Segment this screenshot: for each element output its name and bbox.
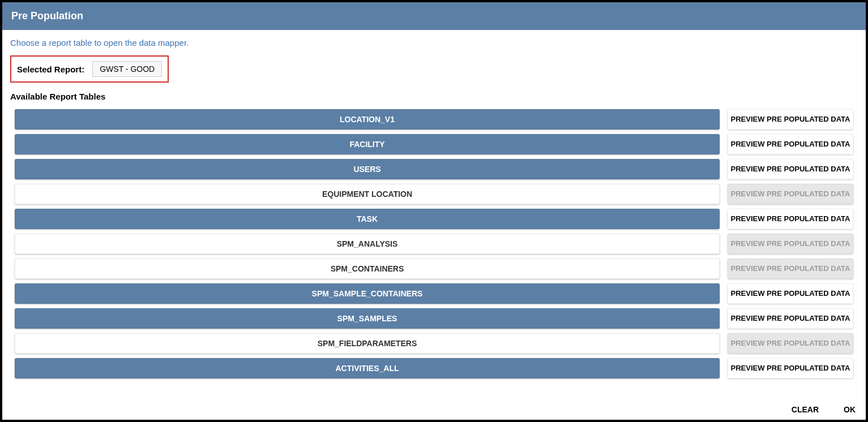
- preview-button: PREVIEW PRE POPULATED DATA: [728, 333, 853, 354]
- table-button[interactable]: FACILITY: [15, 134, 720, 154]
- table-button[interactable]: SPM_FIELDPARAMETERS: [15, 333, 720, 354]
- table-button[interactable]: EQUIPMENT LOCATION: [15, 184, 720, 204]
- table-row: SPM_ANALYSISPREVIEW PRE POPULATED DATA: [15, 234, 853, 254]
- table-button[interactable]: SPM_SAMPLES: [15, 308, 720, 329]
- dialog-header: Pre Population: [2, 2, 866, 30]
- table-row: USERSPREVIEW PRE POPULATED DATA: [15, 159, 853, 179]
- table-row: SPM_SAMPLESPREVIEW PRE POPULATED DATA: [15, 308, 853, 329]
- dialog-footer: CLEAR OK: [2, 401, 866, 420]
- available-tables-label: Available Report Tables: [10, 92, 858, 101]
- table-row: EQUIPMENT LOCATIONPREVIEW PRE POPULATED …: [15, 184, 853, 204]
- table-button[interactable]: SPM_ANALYSIS: [15, 234, 720, 254]
- preview-button[interactable]: PREVIEW PRE POPULATED DATA: [728, 159, 853, 179]
- preview-button: PREVIEW PRE POPULATED DATA: [728, 184, 853, 204]
- ok-button[interactable]: OK: [844, 405, 856, 414]
- tables-list: LOCATION_V1PREVIEW PRE POPULATED DATAFAC…: [10, 109, 858, 383]
- table-row: SPM_FIELDPARAMETERSPREVIEW PRE POPULATED…: [15, 333, 853, 354]
- preview-button: PREVIEW PRE POPULATED DATA: [728, 259, 853, 279]
- preview-button[interactable]: PREVIEW PRE POPULATED DATA: [728, 283, 853, 304]
- table-row: SPM_CONTAINERSPREVIEW PRE POPULATED DATA: [15, 259, 853, 279]
- selected-report-box: Selected Report: GWST - GOOD: [10, 55, 169, 83]
- table-button[interactable]: ACTIVITIES_ALL: [15, 358, 720, 378]
- dialog-content: Choose a report table to open the data m…: [2, 30, 866, 401]
- table-button[interactable]: USERS: [15, 159, 720, 179]
- preview-button[interactable]: PREVIEW PRE POPULATED DATA: [728, 134, 853, 154]
- preview-button: PREVIEW PRE POPULATED DATA: [728, 234, 853, 254]
- table-row: SPM_SAMPLE_CONTAINERSPREVIEW PRE POPULAT…: [15, 283, 853, 304]
- table-button[interactable]: SPM_CONTAINERS: [15, 259, 720, 279]
- table-row: TASKPREVIEW PRE POPULATED DATA: [15, 209, 853, 229]
- preview-button[interactable]: PREVIEW PRE POPULATED DATA: [728, 209, 853, 229]
- preview-button[interactable]: PREVIEW PRE POPULATED DATA: [728, 308, 853, 329]
- table-row: ACTIVITIES_ALLPREVIEW PRE POPULATED DATA: [15, 358, 853, 378]
- preview-button[interactable]: PREVIEW PRE POPULATED DATA: [728, 358, 853, 378]
- instruction-text: Choose a report table to open the data m…: [10, 38, 858, 48]
- table-button[interactable]: SPM_SAMPLE_CONTAINERS: [15, 283, 720, 304]
- preview-button[interactable]: PREVIEW PRE POPULATED DATA: [728, 109, 853, 130]
- table-button[interactable]: TASK: [15, 209, 720, 229]
- dialog-title: Pre Population: [11, 10, 83, 21]
- clear-button[interactable]: CLEAR: [792, 405, 819, 414]
- selected-report-label: Selected Report:: [17, 64, 84, 74]
- table-row: FACILITYPREVIEW PRE POPULATED DATA: [15, 134, 853, 154]
- selected-report-value[interactable]: GWST - GOOD: [92, 61, 162, 77]
- table-row: LOCATION_V1PREVIEW PRE POPULATED DATA: [15, 109, 853, 130]
- table-button[interactable]: LOCATION_V1: [15, 109, 720, 130]
